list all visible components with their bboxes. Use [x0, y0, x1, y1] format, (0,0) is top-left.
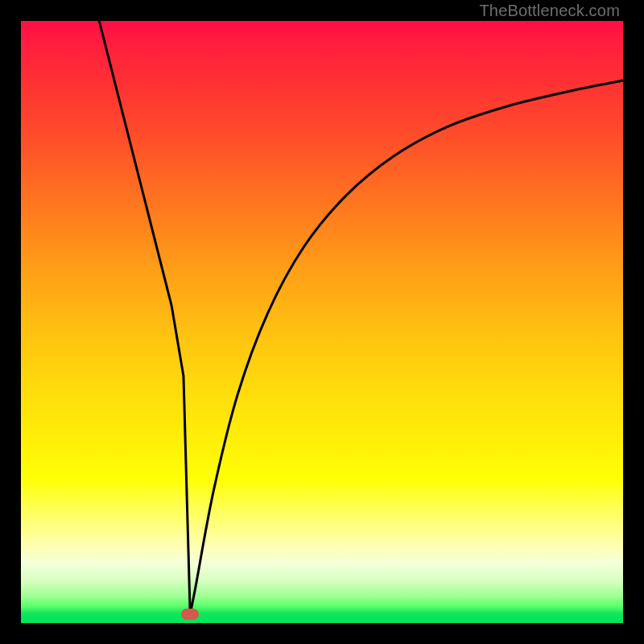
chart-frame: [21, 21, 623, 623]
minimum-marker: [181, 609, 199, 620]
attribution-text: TheBottleneck.com: [479, 2, 620, 20]
bottleneck-curve: [21, 21, 623, 623]
